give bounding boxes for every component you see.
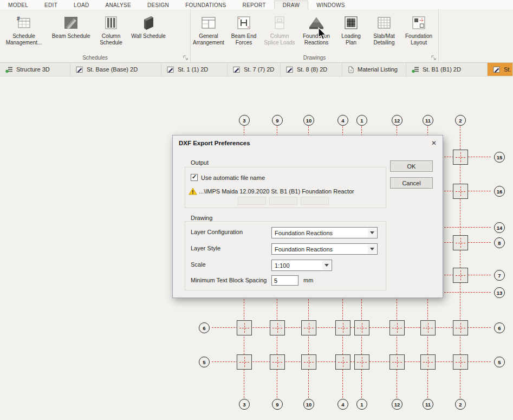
menu-item-model[interactable]: MODEL bbox=[0, 1, 36, 9]
chevron-down-icon bbox=[322, 261, 331, 270]
column-symbol[interactable] bbox=[270, 354, 285, 370]
tab-structure-3d[interactable]: Structure 3D bbox=[0, 63, 70, 76]
group-label-text: Drawings bbox=[303, 55, 326, 61]
grid-bubble-right: 16 bbox=[494, 186, 505, 197]
column-symbol[interactable] bbox=[453, 268, 468, 283]
grid-bubble-right: 13 bbox=[494, 287, 505, 298]
ribbon-button-label: Schedule Management... bbox=[0, 33, 48, 46]
group-label-text: Schedules bbox=[82, 55, 108, 61]
ribbon-button-wall-schedule[interactable]: Wall Schedule bbox=[128, 12, 169, 40]
disabled-button bbox=[301, 197, 329, 205]
tab-st-8-8-2d[interactable]: St. 8 (8) 2D bbox=[281, 63, 342, 76]
scale-select[interactable]: 1:100 bbox=[271, 260, 332, 271]
ribbon-button-label: Wall Schedule bbox=[130, 33, 167, 40]
ribbon-button-column-schedule[interactable]: Column Schedule bbox=[94, 12, 128, 46]
chevron-down-icon bbox=[368, 228, 376, 237]
ribbon-button-schedule-management[interactable]: #Schedule Management... bbox=[0, 12, 48, 46]
grid-bubble-bottom: 1 bbox=[356, 399, 367, 410]
column-symbol[interactable] bbox=[453, 320, 468, 335]
column-symbol[interactable] bbox=[420, 354, 436, 370]
close-icon[interactable]: ✕ bbox=[431, 140, 437, 146]
column-symbol[interactable] bbox=[237, 354, 252, 370]
layer-style-select[interactable]: Foundation Reactions bbox=[271, 243, 378, 255]
mouse-cursor bbox=[316, 27, 328, 41]
layer-configuration-select[interactable]: Foundation Reactions bbox=[271, 227, 378, 238]
ribbon-group-label: Schedules bbox=[0, 54, 190, 62]
disabled-button bbox=[238, 197, 266, 205]
tab-st-7-7-2d[interactable]: St. 7 (7) 2D bbox=[228, 63, 281, 76]
auto-filename-checkbox[interactable]: ✓ bbox=[191, 174, 198, 181]
slab-mat-detailing-icon bbox=[376, 14, 392, 32]
column-symbol[interactable] bbox=[453, 184, 468, 199]
menu-item-report[interactable]: REPORT bbox=[234, 1, 274, 9]
dialog-launcher-icon[interactable] bbox=[183, 55, 189, 63]
grid-bubble-bottom: 11 bbox=[423, 399, 433, 410]
ribbon-button-general-arrangement[interactable]: General Arrangement bbox=[191, 12, 226, 46]
column-symbol[interactable] bbox=[335, 354, 350, 370]
column-symbol[interactable] bbox=[389, 354, 405, 370]
menu-item-draw[interactable]: DRAW bbox=[274, 1, 308, 9]
document-icon bbox=[348, 66, 354, 73]
ok-button[interactable]: OK bbox=[390, 160, 433, 172]
layer-configuration-label: Layer Configuration bbox=[191, 229, 243, 235]
tab-st-b[interactable]: St. B bbox=[488, 63, 513, 76]
column-symbol[interactable] bbox=[335, 320, 350, 335]
ribbon-button-slab-mat-detailing[interactable]: Slab/Mat Detailing bbox=[367, 12, 401, 46]
column-symbol[interactable] bbox=[237, 320, 252, 335]
grid-bubble-bottom: 9 bbox=[272, 399, 283, 410]
dxf-export-dialog: DXF Export Preferences ✕ Output ✓ Use au… bbox=[172, 135, 443, 298]
beam-schedule-icon bbox=[63, 14, 79, 32]
layer-style-value: Foundation Reactions bbox=[275, 246, 333, 253]
column-symbol[interactable] bbox=[453, 150, 468, 165]
grid-bubble-top: 3 bbox=[239, 115, 250, 126]
layer-configuration-value: Foundation Reactions bbox=[275, 230, 333, 236]
column-symbol[interactable] bbox=[354, 354, 369, 370]
menu-item-foundations[interactable]: FOUNDATIONS bbox=[177, 1, 234, 9]
column-symbol[interactable] bbox=[354, 320, 369, 335]
horizontal-gridline bbox=[212, 327, 491, 328]
column-symbol[interactable] bbox=[270, 320, 285, 335]
menu-item-windows[interactable]: WINDOWS bbox=[308, 1, 353, 9]
grid-bubble-top: 1 bbox=[356, 115, 367, 126]
tab-material-listing[interactable]: Material Listing bbox=[342, 63, 406, 76]
ribbon-button-beam-end-forces[interactable]: Beam End Forces bbox=[226, 12, 261, 46]
grid-bubble-top: 12 bbox=[392, 115, 402, 126]
menu-item-design[interactable]: DESIGN bbox=[139, 1, 177, 9]
tab-st-base-base-2d[interactable]: St. Base (Base) 2D bbox=[70, 63, 161, 76]
column-symbol[interactable] bbox=[301, 354, 316, 370]
tab-label: St. 8 (8) 2D bbox=[297, 66, 327, 73]
ribbon-button-loading-plan[interactable]: Loading Plan bbox=[335, 12, 367, 46]
grid-bubble-bottom: 2 bbox=[455, 399, 466, 410]
grid-bubble-left: 6 bbox=[199, 322, 210, 333]
dialog-launcher-icon[interactable] bbox=[431, 55, 437, 63]
column-symbol[interactable] bbox=[453, 235, 468, 250]
ribbon-button-label: Slab/Mat Detailing bbox=[367, 33, 401, 46]
ribbon-button-foundation-layout[interactable]: Foundation Layout bbox=[401, 12, 437, 46]
cancel-button[interactable]: Cancel bbox=[390, 177, 433, 189]
menu-item-edit[interactable]: EDIT bbox=[36, 1, 66, 9]
grid-bubble-top: 2 bbox=[455, 115, 466, 126]
column-symbol[interactable] bbox=[453, 354, 468, 370]
menu-item-analyse[interactable]: ANALYSE bbox=[97, 1, 139, 9]
tab-st-1-1-2d[interactable]: St. 1 (1) 2D bbox=[161, 63, 228, 76]
menu-item-load[interactable]: LOAD bbox=[66, 1, 97, 9]
horizontal-gridline bbox=[212, 361, 491, 362]
grid-bubble-bottom: 12 bbox=[392, 399, 402, 410]
ribbon-button-beam-schedule[interactable]: Beam Schedule bbox=[48, 12, 94, 40]
grid-bubble-right: 5 bbox=[494, 357, 505, 367]
min-text-block-spacing-input[interactable] bbox=[271, 275, 298, 286]
ribbon-button-column-splice-loads: Column Splice Loads bbox=[261, 12, 298, 46]
scale-value: 1:100 bbox=[275, 262, 290, 269]
output-section-label: Output bbox=[191, 159, 209, 166]
svg-text:#: # bbox=[17, 16, 20, 22]
loading-plan-icon bbox=[343, 14, 359, 32]
column-symbol[interactable] bbox=[301, 320, 316, 335]
grid-bubble-right: 8 bbox=[494, 237, 505, 248]
drawing-2d-icon bbox=[76, 66, 83, 73]
tab-st-b1-b1-2d[interactable]: St. B1 (B1) 2D bbox=[406, 63, 488, 76]
ribbon-button-label: Column Schedule bbox=[94, 33, 128, 46]
grid-bubble-top: 4 bbox=[337, 115, 348, 126]
layer-style-label: Layer Style bbox=[191, 245, 220, 251]
column-symbol[interactable] bbox=[420, 320, 436, 335]
column-symbol[interactable] bbox=[389, 320, 405, 335]
